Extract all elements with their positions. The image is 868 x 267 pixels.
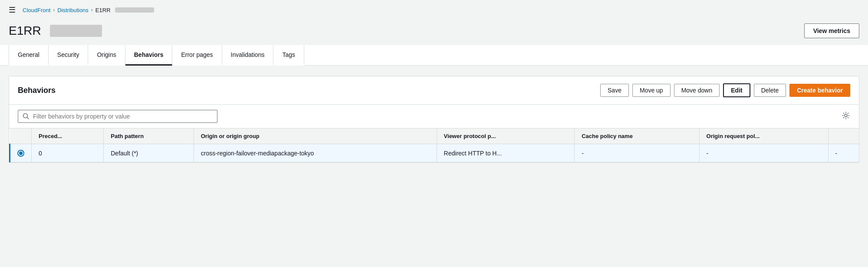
tab-tags[interactable]: Tags — [273, 45, 304, 66]
row-origin-request: - — [699, 144, 828, 162]
move-down-button[interactable]: Move down — [674, 84, 720, 97]
row-precedence: 0 — [32, 144, 104, 162]
behaviors-title: Behaviors — [18, 86, 56, 95]
save-button[interactable]: Save — [600, 84, 629, 97]
row-cache-policy: - — [575, 144, 699, 162]
tab-error-pages[interactable]: Error pages — [172, 45, 222, 66]
col-select — [10, 129, 32, 144]
search-input[interactable] — [33, 113, 213, 120]
page-title-blurred — [50, 25, 102, 37]
page-title-group: E1RR — [9, 24, 102, 38]
breadcrumb: CloudFront › Distributions › E1RR — [23, 7, 154, 13]
tabs: General Security Origins Behaviors Error… — [9, 45, 859, 65]
radio-inner — [19, 152, 23, 155]
col-path-pattern[interactable]: Path pattern — [104, 129, 194, 144]
row-path-pattern: Default (*) — [104, 144, 194, 162]
gear-svg — [842, 111, 850, 120]
create-behavior-button[interactable]: Create behavior — [789, 84, 850, 97]
col-viewer-protocol[interactable]: Viewer protocol p... — [437, 129, 575, 144]
radio-button[interactable] — [17, 150, 24, 157]
breadcrumb-distribution-id: E1RR — [95, 7, 111, 13]
row-viewer-protocol: Redirect HTTP to H... — [437, 144, 575, 162]
hamburger-icon[interactable]: ☰ — [9, 5, 16, 15]
header-section: E1RR View metrics — [0, 20, 868, 45]
settings-gear-icon[interactable] — [842, 111, 850, 122]
row-select-cell[interactable] — [10, 144, 32, 162]
col-precedence[interactable]: Preced... — [32, 129, 104, 144]
tab-general[interactable]: General — [9, 45, 49, 66]
delete-button[interactable]: Delete — [754, 84, 786, 97]
behaviors-panel: Behaviors Save Move up Move down Edit De… — [9, 76, 859, 163]
search-bar-container — [9, 105, 859, 129]
behaviors-header: Behaviors Save Move up Move down Edit De… — [9, 76, 859, 105]
tabs-container: General Security Origins Behaviors Error… — [0, 45, 868, 66]
svg-point-2 — [845, 114, 847, 117]
breadcrumb-id-blurred — [115, 7, 154, 13]
breadcrumb-distributions[interactable]: Distributions — [57, 7, 89, 13]
edit-button[interactable]: Edit — [723, 83, 750, 97]
search-input-wrapper — [18, 110, 217, 123]
svg-line-1 — [27, 118, 29, 119]
behaviors-actions: Save Move up Move down Edit Delete Creat… — [600, 83, 850, 97]
view-metrics-button[interactable]: View metrics — [804, 23, 859, 38]
col-origin-request[interactable]: Origin request pol... — [699, 129, 828, 144]
table-header-row: Preced... Path pattern Origin or origin … — [10, 129, 859, 144]
top-bar: ☰ CloudFront › Distributions › E1RR — [0, 0, 868, 20]
tab-security[interactable]: Security — [49, 45, 89, 66]
tab-behaviors[interactable]: Behaviors — [125, 45, 173, 66]
table-container: Preced... Path pattern Origin or origin … — [9, 129, 859, 162]
behaviors-table: Preced... Path pattern Origin or origin … — [9, 129, 859, 162]
tab-invalidations[interactable]: Invalidations — [222, 45, 274, 66]
col-origin[interactable]: Origin or origin group — [194, 129, 437, 144]
row-extra: - — [828, 144, 859, 162]
breadcrumb-cloudfront[interactable]: CloudFront — [23, 7, 50, 13]
table-row[interactable]: 0 Default (*) cross-region-failover-medi… — [10, 144, 859, 162]
main-content: Behaviors Save Move up Move down Edit De… — [0, 66, 868, 173]
move-up-button[interactable]: Move up — [632, 84, 671, 97]
row-origin: cross-region-failover-mediapackage-tokyo — [194, 144, 437, 162]
breadcrumb-sep-1: › — [53, 7, 55, 13]
breadcrumb-sep-2: › — [91, 7, 93, 13]
search-icon — [23, 113, 30, 120]
col-extra — [828, 129, 859, 144]
tab-origins[interactable]: Origins — [88, 45, 125, 66]
col-cache-policy[interactable]: Cache policy name — [575, 129, 699, 144]
page-title: E1RR — [9, 24, 41, 38]
page-wrapper: ☰ CloudFront › Distributions › E1RR E1RR… — [0, 0, 868, 267]
